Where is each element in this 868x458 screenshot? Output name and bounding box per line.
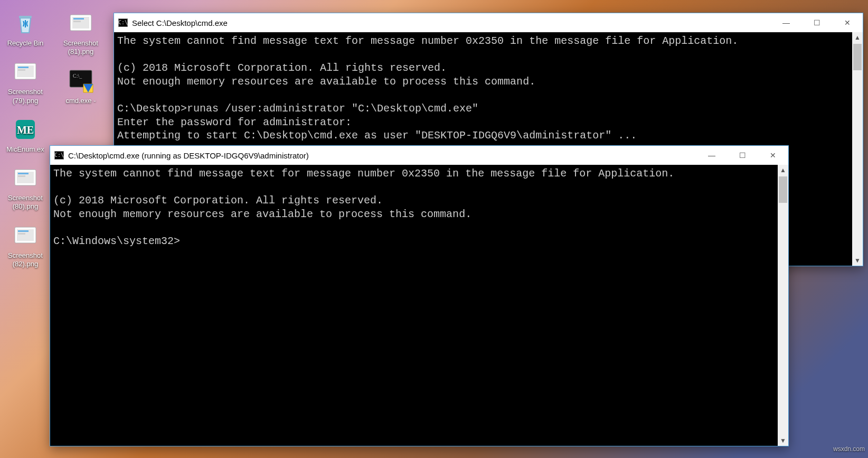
console-output[interactable]: The system cannot find message text for … <box>50 165 778 446</box>
svg-rect-13 <box>18 230 29 232</box>
scroll-track[interactable] <box>852 43 863 255</box>
cmd-icon: C:\ <box>118 18 128 27</box>
scroll-down-icon[interactable]: ▼ <box>852 255 863 266</box>
desktop-icon-label: Screenshot (82).png <box>1 251 50 269</box>
svg-rect-0 <box>19 16 32 18</box>
screenshot-81-icon[interactable]: Screenshot (81).png <box>55 10 106 57</box>
svg-rect-4 <box>18 69 25 71</box>
svg-rect-18 <box>73 21 81 22</box>
desktop-icon-label: MicEnum.ex <box>6 145 44 154</box>
scrollbar[interactable]: ▲ ▼ <box>778 165 788 446</box>
svg-text:ME: ME <box>17 124 34 136</box>
close-button[interactable]: ✕ <box>832 13 863 32</box>
scroll-thumb[interactable] <box>853 44 862 70</box>
micenum-icon[interactable]: ME MicEnum.ex <box>0 116 51 154</box>
desktop-icon-label: Screenshot (80).png <box>1 194 50 211</box>
window-title: Select C:\Desktop\cmd.exe <box>132 18 771 27</box>
screenshot-79-icon[interactable]: Screenshot (79).png <box>0 58 51 105</box>
svg-rect-9 <box>18 173 29 174</box>
scroll-down-icon[interactable]: ▼ <box>778 435 788 446</box>
window-controls: — ☐ ✕ <box>696 146 788 165</box>
titlebar[interactable]: C:\ Select C:\Desktop\cmd.exe — ☐ ✕ <box>114 13 863 32</box>
image-file-glyph <box>67 10 95 37</box>
cmd-shortcut-icon[interactable]: C:\_ cmd.exe - <box>55 67 106 105</box>
scroll-track[interactable] <box>778 175 788 435</box>
window-controls: — ☐ ✕ <box>771 13 863 32</box>
scroll-thumb[interactable] <box>779 176 787 203</box>
maximize-button[interactable]: ☐ <box>727 146 758 165</box>
desktop-icon-label: Screenshot (79).png <box>1 88 50 105</box>
recycle-bin-glyph <box>12 10 39 37</box>
scroll-up-icon[interactable]: ▲ <box>778 165 788 175</box>
titlebar[interactable]: C:\ C:\Desktop\cmd.exe (running as DESKT… <box>50 146 788 165</box>
svg-rect-14 <box>18 233 25 235</box>
close-button[interactable]: ✕ <box>758 146 788 165</box>
window-title: C:\Desktop\cmd.exe (running as DESKTOP-I… <box>68 151 696 160</box>
recycle-bin-icon[interactable]: Recycle Bin <box>0 10 51 48</box>
cmd-glyph: C:\_ <box>67 67 95 95</box>
scrollbar[interactable]: ▲ ▼ <box>852 32 863 266</box>
desktop-icons-col-1: Recycle Bin Screenshot (79).png ME MicEn… <box>0 10 51 279</box>
image-file-glyph <box>12 222 39 249</box>
screenshot-80-icon[interactable]: Screenshot (80).png <box>0 164 51 211</box>
desktop-icon-label: Recycle Bin <box>7 39 44 48</box>
desktop-icon-label: cmd.exe - <box>65 97 96 105</box>
app-glyph: ME <box>12 116 39 143</box>
scroll-up-icon[interactable]: ▲ <box>852 32 863 43</box>
screenshot-82-icon[interactable]: Screenshot (82).png <box>0 222 51 269</box>
cmd-icon: C:\ <box>54 151 64 160</box>
desktop-background: Recycle Bin Screenshot (79).png ME MicEn… <box>0 0 868 458</box>
minimize-button[interactable]: — <box>696 146 727 165</box>
cmd-window-admin[interactable]: C:\ C:\Desktop\cmd.exe (running as DESKT… <box>50 145 789 446</box>
svg-rect-17 <box>73 18 84 20</box>
image-file-glyph <box>12 164 39 192</box>
maximize-button[interactable]: ☐ <box>801 13 832 32</box>
console-area: The system cannot find message text for … <box>50 165 788 446</box>
desktop-icon-label: Screenshot (81).png <box>56 39 105 57</box>
watermark: wsxdn.com <box>833 445 865 453</box>
minimize-button[interactable]: — <box>771 13 801 32</box>
image-file-glyph <box>12 58 39 86</box>
svg-text:C:\_: C:\_ <box>73 73 82 79</box>
svg-rect-3 <box>18 67 29 68</box>
desktop-icons-col-2: Screenshot (81).png C:\_ cmd.exe - <box>55 10 106 116</box>
svg-rect-10 <box>18 175 25 177</box>
